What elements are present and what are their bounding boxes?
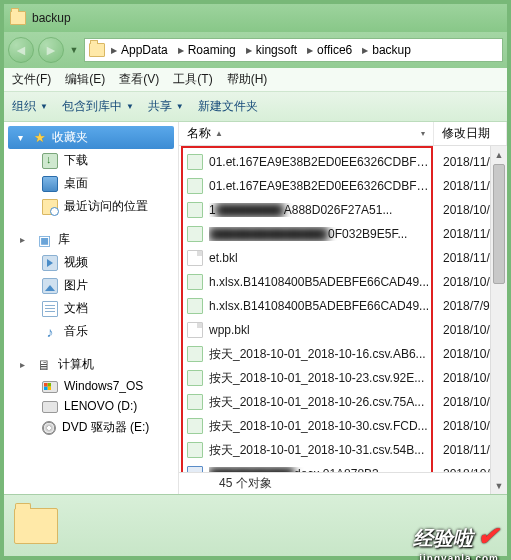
folder-icon [10,11,26,25]
nav-recent[interactable]: 最近访问的位置 [4,195,178,218]
chevron-right-icon[interactable]: ▶ [242,44,250,57]
expand-icon: ▸ [20,359,30,370]
file-row[interactable]: 1████████A888D026F27A51...2018/10/24 [179,198,507,222]
tool-share[interactable]: 共享▼ [148,98,184,115]
file-icon [187,442,203,458]
file-icon [187,394,203,410]
details-pane: 经验啦 ✔ jingyanla.com [4,494,507,556]
file-row[interactable]: h.xlsx.B14108400B5ADEBFE66CAD49...2018/1… [179,270,507,294]
file-icon [187,298,203,314]
nav-videos[interactable]: 视频 [4,251,178,274]
file-icon [187,322,203,338]
menu-file[interactable]: 文件(F) [12,71,51,88]
nav-label: LENOVO (D:) [64,399,137,413]
nav-pictures[interactable]: 图片 [4,274,178,297]
menu-help[interactable]: 帮助(H) [227,71,268,88]
picture-icon [42,278,58,294]
desktop-icon [42,176,58,192]
column-label: 修改日期 [442,125,490,142]
check-icon: ✔ [477,521,499,552]
file-row[interactable]: 按天_2018-10-01_2018-10-23.csv.92E...2018/… [179,366,507,390]
nav-documents[interactable]: 文档 [4,297,178,320]
tool-organize[interactable]: 组织▼ [12,98,48,115]
nav-label: 下载 [64,152,88,169]
chevron-down-icon[interactable]: ▾ [421,129,425,138]
file-icon [187,418,203,434]
file-name: ██████████████0F032B9E5F... [209,227,433,241]
nav-desktop[interactable]: 桌面 [4,172,178,195]
nav-music[interactable]: ♪音乐 [4,320,178,343]
chevron-down-icon: ▼ [40,102,48,111]
nav-label: 库 [58,231,70,248]
nav-label: 计算机 [58,356,94,373]
crumb-backup[interactable]: backup [368,41,415,59]
scroll-down-icon[interactable]: ▼ [491,477,507,494]
scroll-thumb[interactable] [493,164,505,284]
vertical-scrollbar[interactable]: ▲ ▼ [490,146,507,494]
nav-label: 收藏夹 [52,129,88,146]
file-icon [187,346,203,362]
crumb-office6[interactable]: office6 [313,41,356,59]
file-row[interactable]: wpp.bkl2018/10/30 [179,318,507,342]
back-button[interactable]: ◄ [8,37,34,63]
nav-label: 图片 [64,277,88,294]
crumb-appdata[interactable]: AppData [117,41,172,59]
drive-icon [42,401,58,413]
file-row[interactable]: 01.et.167EA9E38B2ED0EE6326CDBF7...2018/1… [179,174,507,198]
file-name: 按天_2018-10-01_2018-10-31.csv.54B... [209,442,433,459]
crumb-roaming[interactable]: Roaming [184,41,240,59]
file-icon [187,178,203,194]
file-row[interactable]: 按天_2018-10-01_2018-10-16.csv.AB6...2018/… [179,342,507,366]
nav-drive-dvd[interactable]: DVD 驱动器 (E:) [4,416,178,439]
address-bar[interactable]: ▶AppData ▶Roaming ▶kingsoft ▶office6 ▶ba… [84,38,503,62]
forward-button[interactable]: ► [38,37,64,63]
crumb-kingsoft[interactable]: kingsoft [252,41,301,59]
watermark: 经验啦 ✔ jingyanla.com [413,521,499,552]
menu-tools[interactable]: 工具(T) [173,71,212,88]
file-row[interactable]: et.bkl2018/11/14 [179,246,507,270]
recent-icon [42,199,58,215]
nav-libraries[interactable]: ▸▣库 [4,228,178,251]
tool-newfolder[interactable]: 新建文件夹 [198,98,258,115]
file-row[interactable]: 按天_2018-10-01_2018-10-31.csv.54B...2018/… [179,438,507,462]
nav-drive-d[interactable]: LENOVO (D:) [4,396,178,416]
menu-view[interactable]: 查看(V) [119,71,159,88]
library-icon: ▣ [36,232,52,248]
menubar: 文件(F) 编辑(E) 查看(V) 工具(T) 帮助(H) [4,68,507,92]
address-row: ◄ ► ▼ ▶AppData ▶Roaming ▶kingsoft ▶offic… [4,32,507,68]
file-icon [187,370,203,386]
chevron-right-icon[interactable]: ▶ [174,44,182,57]
file-row[interactable]: ██████████docx.01A878B3...2018/10/19 [179,462,507,472]
file-name: 01.et.167EA9E38B2ED0EE6326CDBF7... [209,155,433,169]
file-row[interactable]: 按天_2018-10-01_2018-10-30.csv.FCD...2018/… [179,414,507,438]
chevron-right-icon[interactable]: ▶ [358,44,366,57]
nav-history-dropdown[interactable]: ▼ [68,37,80,63]
file-row[interactable]: h.xlsx.B14108400B5ADEBFE66CAD49...2018/7… [179,294,507,318]
file-row[interactable]: ██████████████0F032B9E5F...2018/11/8 8 [179,222,507,246]
nav-label: DVD 驱动器 (E:) [62,419,149,436]
expand-icon: ▾ [18,132,28,143]
video-icon [42,255,58,271]
nav-label: 最近访问的位置 [64,198,148,215]
file-name: 按天_2018-10-01_2018-10-26.csv.75A... [209,394,433,411]
nav-label: 音乐 [64,323,88,340]
file-list: 01.et.167EA9E38B2ED0EE6326CDBF7...2018/1… [179,146,507,472]
nav-drive-c[interactable]: Windows7_OS [4,376,178,396]
column-date[interactable]: 修改日期 [434,122,507,145]
chevron-right-icon[interactable]: ▶ [303,44,311,57]
scroll-up-icon[interactable]: ▲ [491,146,507,163]
tool-include[interactable]: 包含到库中▼ [62,98,134,115]
nav-computer[interactable]: ▸🖥计算机 [4,353,178,376]
nav-downloads[interactable]: 下载 [4,149,178,172]
file-row[interactable]: 01.et.167EA9E38B2ED0EE6326CDBF7...2018/1… [179,150,507,174]
nav-favorites[interactable]: ▾★收藏夹 [8,126,174,149]
file-row[interactable]: 按天_2018-10-01_2018-10-26.csv.75A...2018/… [179,390,507,414]
menu-edit[interactable]: 编辑(E) [65,71,105,88]
column-name[interactable]: 名称▲▾ [179,122,434,145]
status-bar: 45 个对象 [179,472,507,494]
music-icon: ♪ [42,324,58,340]
file-name: h.xlsx.B14108400B5ADEBFE66CAD49... [209,299,433,313]
file-icon [187,202,203,218]
folder-icon [14,508,58,544]
chevron-right-icon[interactable]: ▶ [107,44,115,57]
